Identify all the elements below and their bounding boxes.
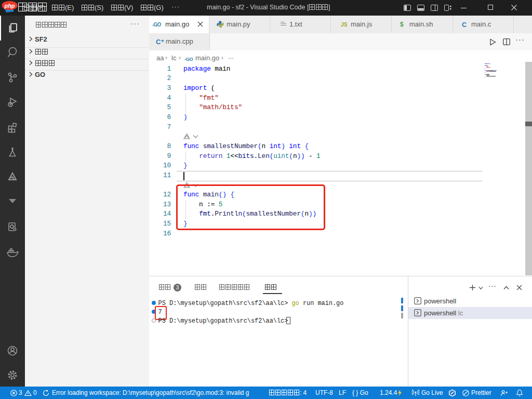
svg-text:$: $ <box>400 21 404 28</box>
svg-text:-GO: -GO <box>184 56 193 62</box>
svg-text:php: php <box>4 3 15 9</box>
svg-text:C: C <box>462 21 467 29</box>
svg-text:C: C <box>156 38 161 46</box>
svg-text:JS: JS <box>341 21 348 28</box>
svg-text:-GO: -GO <box>152 22 162 28</box>
